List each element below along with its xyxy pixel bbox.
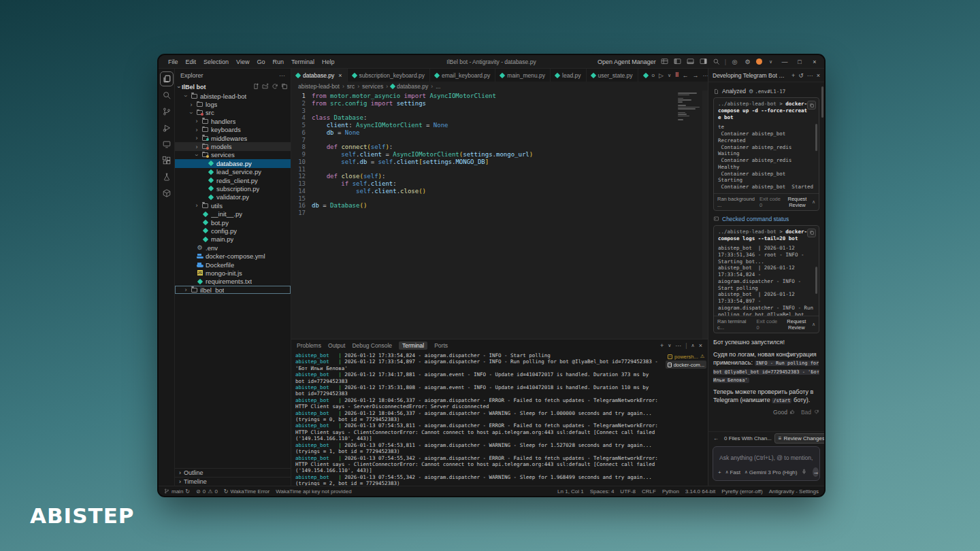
file-bot.py[interactable]: bot.py	[175, 218, 291, 227]
breadcrumb-item[interactable]: services	[362, 83, 383, 90]
breadcrumb-item[interactable]: abistep-lead-bot	[298, 83, 340, 90]
copy-command-icon[interactable]	[807, 101, 816, 110]
terminal-output[interactable]: abistep_bot | 2026-01-12 17:33:54,824 - …	[291, 351, 664, 486]
account-chevron-icon[interactable]: ∨	[766, 57, 775, 66]
wakatime-item[interactable]: ↻WakaTime Error	[224, 488, 270, 495]
panel-tab-debug-console[interactable]: Debug Console	[352, 342, 392, 349]
minimap[interactable]	[678, 93, 701, 122]
file-database.py[interactable]: database.py	[175, 159, 291, 167]
file-mongo-init.js[interactable]: JSmongo-init.js	[175, 269, 291, 277]
file-Dockerfile[interactable]: Dockerfile	[175, 261, 291, 269]
file-subscription.py[interactable]: subscription.py	[175, 184, 291, 193]
open-agent-manager-button[interactable]: Open Agent Manager	[598, 59, 656, 65]
status-item-python[interactable]: Python	[662, 488, 679, 495]
menu-selection[interactable]: Selection	[200, 57, 232, 67]
activitybar-infrastructure-icon[interactable]	[160, 186, 174, 201]
terminal-session-dockercom[interactable]: >docker-com...	[666, 361, 706, 369]
analyzed-file-chip[interactable]: ⚙.env#L1-17	[749, 88, 785, 95]
split-editor-icon[interactable]: Ⅲ	[675, 72, 679, 78]
review-changes-button[interactable]: ≡Review Changes	[774, 433, 824, 444]
folder-models[interactable]: ›models	[175, 142, 291, 150]
terminal-session-powersh[interactable]: >powersh...⚠	[666, 352, 706, 361]
terminal-dropdown-icon[interactable]: ∨	[668, 343, 671, 348]
collapse-folders-icon[interactable]	[281, 83, 288, 91]
panel-tab-output[interactable]: Output	[328, 342, 346, 349]
activitybar-run-debug-icon[interactable]	[160, 120, 174, 135]
maximize-panel-icon[interactable]: ∧	[691, 343, 695, 348]
file-.env[interactable]: ⚙.env	[175, 244, 291, 252]
panel-tab-problems[interactable]: Problems	[297, 342, 321, 349]
run-dropdown-icon[interactable]: ∨	[668, 73, 671, 78]
menu-file[interactable]: File	[165, 57, 182, 67]
breadcrumb-item[interactable]: ...	[436, 83, 440, 90]
status-item-crlf[interactable]: CRLF	[642, 488, 656, 495]
navigate-back-icon[interactable]: ←	[683, 72, 689, 79]
activitybar-explorer-icon[interactable]	[160, 71, 174, 86]
mode-dropdown[interactable]: ∧Fast	[725, 469, 740, 475]
agent-scrollbar[interactable]	[821, 86, 823, 118]
breadcrumb-item[interactable]: src	[347, 83, 355, 90]
search-icon[interactable]	[712, 57, 721, 66]
breadcrumb-item[interactable]: database.py	[391, 83, 428, 90]
activitybar-extensions-icon[interactable]	[160, 153, 174, 168]
activitybar-search-icon[interactable]	[160, 88, 174, 103]
menu-run[interactable]: Run	[269, 57, 287, 67]
card-scrollbar[interactable]	[815, 267, 817, 294]
new-conversation-icon[interactable]: +	[791, 72, 795, 79]
editor-tab-subscription_keyboard.py[interactable]: subscription_keyboard.py	[348, 69, 430, 82]
back-icon[interactable]: ←	[713, 435, 719, 441]
editor-tab-user_state.py[interactable]: user_state.py	[587, 69, 638, 82]
toggle-secondary-sidebar-icon[interactable]	[699, 57, 708, 66]
feedback-bad-button[interactable]: Bad	[801, 409, 819, 416]
editor-tab-database.py[interactable]: database.py×	[291, 69, 348, 82]
editor-tab-email_keyboard.py[interactable]: email_keyboard.py	[430, 69, 495, 82]
request-review-button[interactable]: Request Review	[785, 196, 809, 208]
status-item-ln-1-col-1[interactable]: Ln 1, Col 1	[557, 488, 584, 495]
settings-gear-icon[interactable]: ⚙	[743, 57, 752, 66]
navigate-forward-icon[interactable]: →	[693, 72, 699, 79]
close-panel-icon[interactable]: ×	[699, 342, 702, 349]
menu-go[interactable]: Go	[253, 57, 268, 67]
folder-logs[interactable]: ›logs	[175, 100, 291, 108]
agent-prompt-input[interactable]	[718, 454, 815, 462]
maximize-button[interactable]: □	[794, 59, 805, 65]
folder-handlers[interactable]: ›handlers	[175, 117, 291, 125]
editor-tab-main_menu.py[interactable]: main_menu.py	[495, 69, 551, 82]
toggle-panel-icon[interactable]	[686, 57, 695, 66]
explorer-more-icon[interactable]: ···	[279, 72, 285, 79]
activitybar-testing-icon[interactable]	[160, 169, 174, 184]
folder-src[interactable]: ›src	[175, 109, 291, 117]
card-scrollbar[interactable]	[815, 124, 817, 151]
code-editor[interactable]: 1234567891011121314151617 from motor.mot…	[291, 90, 708, 339]
account-avatar[interactable]	[756, 59, 762, 65]
toggle-sidebar-icon[interactable]	[673, 57, 682, 66]
request-review-button[interactable]: Request Review	[784, 318, 809, 331]
timeline-section[interactable]: ›Timeline	[175, 477, 291, 486]
file-requirements.txt[interactable]: requirements.txt	[175, 278, 291, 286]
files-changed-label[interactable]: 0 Files With Chan...	[724, 435, 772, 441]
new-folder-icon[interactable]	[262, 83, 269, 91]
history-icon[interactable]: ↺	[798, 72, 804, 79]
panel-tab-ports[interactable]: Ports	[434, 342, 448, 349]
sync-icon[interactable]: ↻	[185, 488, 190, 495]
folder-middlewares[interactable]: ›middlewares	[175, 134, 291, 142]
menu-edit[interactable]: Edit	[182, 57, 200, 67]
run-python-file-icon[interactable]: ▷	[659, 72, 664, 79]
file-validator.py[interactable]: validator.py	[175, 193, 291, 201]
outline-section[interactable]: ›Outline	[175, 468, 291, 477]
customize-layout-icon[interactable]	[660, 57, 669, 66]
menu-view[interactable]: View	[233, 57, 252, 67]
close-button[interactable]: ×	[809, 59, 820, 65]
panel-more-icon[interactable]: ···	[675, 342, 681, 349]
git-branch-item[interactable]: main ↻	[164, 488, 190, 495]
collapse-card-icon[interactable]: ∧	[812, 322, 815, 327]
status-item-spaces-4[interactable]: Spaces: 4	[590, 488, 615, 495]
file-config.py[interactable]: config.py	[175, 227, 291, 235]
menu-terminal[interactable]: Terminal	[288, 57, 318, 67]
status-item-3-14-0-64-bit[interactable]: 3.14.0 64-bit	[685, 488, 715, 495]
agent-conversation[interactable]: Analyzed ⚙.env#L1-17 ../abistep-lead-bot…	[708, 82, 824, 431]
panel-tab-terminal[interactable]: Terminal	[399, 341, 427, 350]
copy-command-icon[interactable]	[807, 229, 816, 237]
status-item-antigravity-settings[interactable]: Antigravity - Settings	[769, 488, 819, 495]
menu-help[interactable]: Help	[318, 57, 338, 67]
